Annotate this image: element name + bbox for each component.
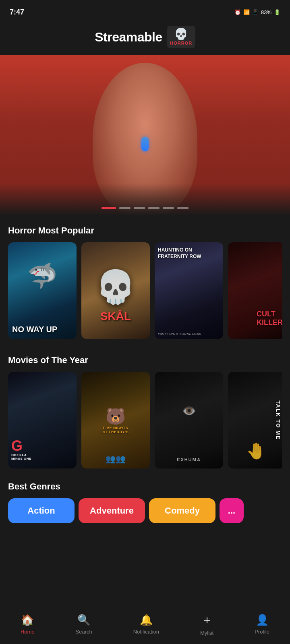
skal-title: SKÅL — [100, 310, 131, 323]
carousel-dots — [102, 207, 188, 209]
bear-icon: 🐻 — [103, 407, 128, 426]
movie-card-cult-killer[interactable]: CULTKILLER — [228, 242, 282, 339]
pill-detail — [141, 137, 149, 151]
hero-banner[interactable] — [0, 55, 290, 216]
horror-badge-label: HORROR — [170, 41, 192, 45]
status-bar: 7:47 ⏰ 📶 📱 83% 🔋 — [0, 0, 290, 23]
search-icon: 🔍 — [77, 614, 90, 626]
nav-profile-label: Profile — [255, 629, 269, 635]
movie-card-exhuma[interactable]: 👁️ EXHUMA — [155, 372, 223, 469]
genre-more-btn[interactable]: ... — [220, 498, 244, 523]
year-section: Movies of The Year G ODZILLAMINUS ONE 🐻 … — [0, 345, 290, 475]
godzilla-logo: G ODZILLAMINUS ONE — [11, 439, 31, 460]
wifi-icon: 📶 — [243, 9, 250, 15]
hero-fade — [0, 184, 290, 216]
dot-5[interactable] — [163, 207, 174, 209]
year-title: Movies of The Year — [8, 355, 282, 365]
movie-card-fnaf[interactable]: 🐻 FIVE NIGHTSAT FREDDY'S 👥👥 — [81, 372, 150, 469]
mylist-icon: ＋ — [201, 612, 213, 627]
nav-home[interactable]: 🏠 Home — [14, 611, 41, 638]
popular-movie-row: 🦈 NO WAY UP 💀 SKÅL HAUNTING ONFRATERNITY… — [8, 242, 282, 339]
people-silhouette: 👥👥 — [106, 454, 126, 464]
nav-notification[interactable]: 🔔 Notification — [127, 611, 166, 638]
exhuma-title: EXHUMA — [177, 457, 201, 462]
popular-title: Horror Most Popular — [8, 225, 282, 236]
battery-label: 83% — [261, 9, 271, 15]
nav-profile[interactable]: 👤 Profile — [248, 611, 276, 638]
skull-icon: 💀 — [95, 268, 136, 306]
dot-6[interactable] — [177, 207, 188, 209]
home-icon: 🏠 — [21, 614, 34, 626]
nav-mylist-label: Mylist — [200, 630, 213, 636]
movie-card-skal[interactable]: 💀 SKÅL — [81, 242, 150, 339]
skull-badge-icon: 💀 — [174, 29, 188, 40]
status-time: 7:47 — [10, 8, 24, 17]
nav-search-label: Search — [76, 629, 92, 635]
status-icons: ⏰ 📶 📱 83% 🔋 — [234, 9, 280, 15]
nav-notification-label: Notification — [133, 629, 159, 635]
talk-to-me-title: TALK TO ME — [275, 400, 281, 440]
profile-icon: 👤 — [256, 614, 269, 626]
genres-section: Best Genres Action Adventure Comedy ... — [0, 475, 290, 530]
eye-icon: 👁️ — [182, 404, 196, 417]
horror-badge: 💀 HORROR — [167, 26, 195, 48]
cult-killer-title: CULTKILLER — [257, 310, 282, 327]
genre-action-btn[interactable]: Action — [8, 498, 75, 523]
genres-title: Best Genres — [8, 481, 282, 492]
nav-search[interactable]: 🔍 Search — [69, 611, 99, 638]
app-title: Streamable — [95, 30, 162, 45]
fnaf-logo: 🐻 FIVE NIGHTSAT FREDDY'S — [103, 407, 128, 434]
signal-icon: 📱 — [252, 9, 259, 15]
bottom-nav: 🏠 Home 🔍 Search 🔔 Notification ＋ Mylist … — [0, 604, 290, 644]
no-way-up-title: NO WAY UP — [12, 324, 72, 334]
shark-icon: 🦈 — [27, 262, 58, 290]
alarm-icon: ⏰ — [234, 9, 241, 15]
genre-comedy-btn[interactable]: Comedy — [149, 498, 215, 523]
popular-section: Horror Most Popular 🦈 NO WAY UP 💀 SKÅL — [0, 216, 290, 345]
movie-card-haunting[interactable]: HAUNTING ONFRATERNITY ROW PARTY UNTIL YO… — [155, 242, 223, 339]
dot-4[interactable] — [148, 207, 160, 209]
haunting-title: HAUNTING ONFRATERNITY ROW — [158, 247, 220, 260]
genres-row: Action Adventure Comedy ... — [8, 498, 282, 523]
dot-3[interactable] — [134, 207, 145, 209]
app-header: Streamable 💀 HORROR — [0, 23, 290, 55]
year-movie-row: G ODZILLAMINUS ONE 🐻 FIVE NIGHTSAT FREDD… — [8, 372, 282, 469]
hand-icon: 🤚 — [246, 442, 266, 460]
dot-1[interactable] — [102, 207, 116, 209]
movie-card-godzilla[interactable]: G ODZILLAMINUS ONE — [8, 372, 77, 469]
nav-home-label: Home — [21, 629, 35, 635]
notification-icon: 🔔 — [140, 614, 153, 626]
nav-mylist[interactable]: ＋ Mylist — [194, 609, 220, 639]
dot-2[interactable] — [119, 207, 130, 209]
genre-adventure-btn[interactable]: Adventure — [79, 498, 145, 523]
haunting-sub: PARTY UNTIL YOU'RE DEAD — [158, 332, 201, 336]
movie-card-talk-to-me[interactable]: 🤚 TALK TO ME — [228, 372, 282, 469]
movie-card-no-way-up[interactable]: 🦈 NO WAY UP — [8, 242, 77, 339]
battery-icon: 🔋 — [274, 9, 280, 15]
